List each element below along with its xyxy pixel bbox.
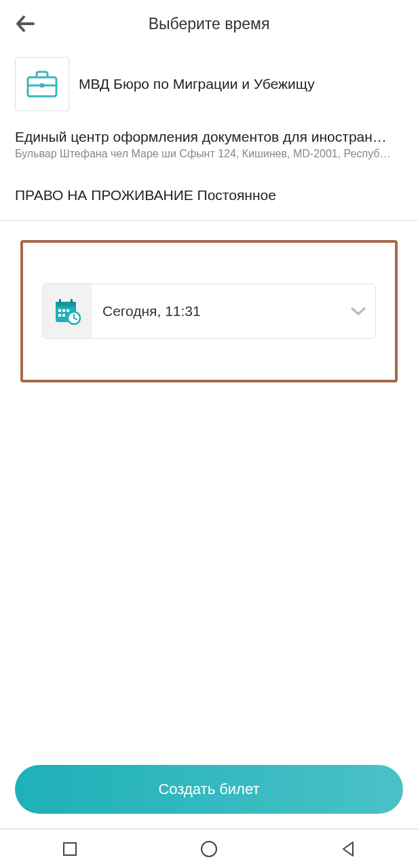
time-selector[interactable]: Сегодня, 11:31 — [42, 283, 376, 339]
svg-rect-7 — [58, 309, 61, 312]
chevron-down-icon — [350, 306, 366, 317]
svg-rect-11 — [62, 314, 65, 317]
svg-rect-5 — [59, 299, 61, 303]
service-name: ПРАВО НА ПРОЖИВАНИЕ Постоянное — [15, 187, 403, 203]
svg-rect-13 — [64, 843, 76, 855]
back-button[interactable] — [15, 14, 35, 34]
time-icon-box — [43, 284, 92, 338]
location-address: Бульвар Штефана чел Маре ши Сфынт 124, К… — [15, 148, 403, 160]
svg-rect-2 — [40, 83, 44, 87]
nav-recents-button[interactable] — [58, 837, 82, 861]
nav-home-button[interactable] — [197, 837, 221, 861]
svg-rect-10 — [58, 314, 61, 317]
svg-rect-4 — [56, 302, 76, 307]
triangle-left-icon — [339, 840, 357, 858]
svg-point-14 — [202, 842, 216, 856]
organization-section: МВД Бюро по Миграции и Убежищу — [0, 43, 418, 123]
header: Выберите время — [0, 0, 418, 43]
service-section: ПРАВО НА ПРОЖИВАНИЕ Постоянное — [0, 168, 418, 220]
system-navbar — [0, 829, 418, 868]
nav-back-button[interactable] — [336, 837, 360, 861]
arrow-left-icon — [16, 15, 35, 33]
create-ticket-button[interactable]: Создать билет — [15, 765, 403, 814]
briefcase-icon — [26, 71, 58, 98]
organization-name: МВД Бюро по Миграции и Убежищу — [79, 76, 315, 92]
square-icon — [62, 841, 78, 857]
footer: Создать билет — [0, 765, 418, 829]
organization-icon-box — [15, 57, 69, 111]
page-title: Выберите время — [35, 15, 383, 33]
highlight-box: Сегодня, 11:31 — [20, 240, 398, 382]
time-selected-text: Сегодня, 11:31 — [92, 284, 341, 338]
svg-rect-6 — [71, 299, 73, 303]
location-title: Единый центр оформления документов для и… — [15, 129, 403, 145]
calendar-clock-icon — [54, 298, 81, 325]
circle-icon — [200, 840, 218, 859]
svg-rect-9 — [66, 309, 69, 312]
svg-rect-8 — [62, 309, 65, 312]
time-chevron — [341, 284, 375, 338]
location-section: Единый центр оформления документов для и… — [0, 123, 418, 168]
content-area: Сегодня, 11:31 — [0, 221, 418, 765]
